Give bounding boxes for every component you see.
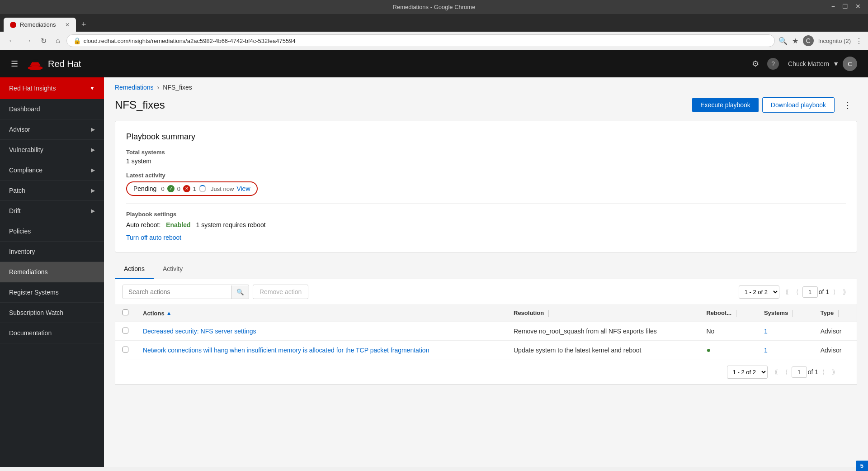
status-badge[interactable]: 5 xyxy=(856,461,868,467)
tab-actions[interactable]: Actions xyxy=(115,260,154,279)
table-section: 🔍 Remove action 1 - 2 of 2 ⟪ ⟨ 1 of 1 ⟩ xyxy=(115,279,857,385)
chevron-right-icon: ▶ xyxy=(91,147,95,153)
row-checkbox[interactable] xyxy=(123,328,128,333)
auto-reboot-label: Auto reboot: xyxy=(126,221,160,228)
breadcrumb: Remediations › NFS_fixes xyxy=(104,77,868,91)
active-tab[interactable]: Remediations ✕ xyxy=(4,18,76,32)
action-link[interactable]: Network connections will hang when insuf… xyxy=(143,347,429,354)
bottom-last-page-btn[interactable]: ⟫ xyxy=(829,366,839,377)
row-type-cell: Advisor xyxy=(813,322,857,340)
sidebar-item-compliance[interactable]: Compliance ▶ xyxy=(0,160,104,181)
address-bar[interactable]: 🔒 cloud.redhat.com/insights/remediations… xyxy=(66,34,775,47)
maximize-icon[interactable]: ☐ xyxy=(842,3,848,10)
status-count: 5 xyxy=(860,462,863,467)
search-input[interactable] xyxy=(123,285,231,299)
select-all-checkbox[interactable] xyxy=(123,309,128,315)
tab-activity-label: Activity xyxy=(163,265,183,272)
sidebar-brand[interactable]: Red Hat Insights ▼ xyxy=(0,77,104,99)
pagination-range-select[interactable]: 1 - 2 of 2 xyxy=(739,285,779,299)
chevron-right-icon: ▶ xyxy=(91,167,95,173)
header-user[interactable]: Chuck Mattern ▼ C xyxy=(788,57,857,71)
turn-off-auto-reboot-link[interactable]: Turn off auto reboot xyxy=(126,234,181,241)
sidebar-item-label: Advisor xyxy=(9,126,30,133)
redhat-hat-icon xyxy=(27,57,43,70)
bottom-next-page-btn[interactable]: ⟩ xyxy=(819,366,828,377)
search-icon[interactable]: 🔍 xyxy=(778,37,788,45)
close-icon[interactable]: ✕ xyxy=(855,3,861,10)
running-count: 1 xyxy=(193,186,196,192)
bookmark-icon[interactable]: ★ xyxy=(792,37,798,45)
sidebar-item-label: Drift xyxy=(9,207,21,214)
last-page-btn[interactable]: ⟫ xyxy=(840,286,849,297)
tab-close-btn[interactable]: ✕ xyxy=(65,22,70,28)
col-header-actions-sort[interactable]: Actions ▲ xyxy=(143,310,499,317)
avatar: C xyxy=(843,57,857,71)
sidebar-item-patch[interactable]: Patch ▶ xyxy=(0,181,104,201)
reboot-note: 1 system requires reboot xyxy=(196,221,266,228)
remove-action-button[interactable]: Remove action xyxy=(253,285,308,299)
col-resolution-label: Resolution xyxy=(514,309,544,316)
playbook-summary-card: Playbook summary Total systems 1 system … xyxy=(115,121,857,252)
minimize-icon[interactable]: − xyxy=(831,3,835,10)
tab-activity[interactable]: Activity xyxy=(154,260,192,279)
data-table: Actions ▲ Resolution Reboot... xyxy=(115,305,857,360)
red-hat-logo: Red Hat xyxy=(27,57,81,70)
kebab-menu-button[interactable]: ⋮ xyxy=(838,96,857,114)
sidebar-item-policies[interactable]: Policies xyxy=(0,221,104,242)
browser-chrome: Remediations - Google Chrome − ☐ ✕ Remed… xyxy=(0,0,868,50)
bottom-pagination-range-select[interactable]: 1 - 2 of 2 xyxy=(727,366,768,379)
summary-section: Playbook summary Total systems 1 system … xyxy=(126,132,846,241)
sidebar-item-label: Remediations xyxy=(9,268,48,276)
row-action-cell: Decreased security: NFS server settings xyxy=(136,322,506,340)
action-link[interactable]: Decreased security: NFS server settings xyxy=(143,328,256,335)
row-reboot-value: No xyxy=(706,328,714,335)
refresh-btn[interactable]: ↻ xyxy=(38,35,49,47)
bottom-current-page[interactable]: 1 xyxy=(792,366,807,378)
svg-point-0 xyxy=(28,66,43,70)
sidebar-item-label: Compliance xyxy=(9,167,42,174)
execute-playbook-button[interactable]: Execute playbook xyxy=(692,98,759,112)
first-page-btn[interactable]: ⟪ xyxy=(782,286,792,297)
page-title: NFS_fixes xyxy=(115,99,692,111)
sidebar-brand-arrow: ▼ xyxy=(90,85,95,91)
bottom-prev-page-btn[interactable]: ⟨ xyxy=(782,366,791,377)
sidebar-item-advisor[interactable]: Advisor ▶ xyxy=(0,119,104,140)
sidebar-item-label: Documentation xyxy=(9,329,52,337)
search-button[interactable]: 🔍 xyxy=(231,285,249,299)
row-systems-link[interactable]: 1 xyxy=(764,347,768,354)
chevron-right-icon: ▶ xyxy=(91,126,95,133)
row-checkbox[interactable] xyxy=(123,347,128,352)
sidebar-item-remediations[interactable]: Remediations xyxy=(0,262,104,282)
current-page[interactable]: 1 xyxy=(802,286,818,298)
new-tab-btn[interactable]: + xyxy=(78,18,90,31)
help-icon[interactable]: ? xyxy=(767,58,779,70)
sidebar-item-inventory[interactable]: Inventory xyxy=(0,242,104,262)
sidebar-item-dashboard[interactable]: Dashboard xyxy=(0,99,104,119)
download-playbook-button[interactable]: Download playbook xyxy=(762,97,835,113)
row-type: Advisor xyxy=(821,347,842,354)
sidebar-item-vulnerability[interactable]: Vulnerability ▶ xyxy=(0,140,104,160)
svg-rect-1 xyxy=(32,60,38,62)
gear-icon[interactable]: ⚙ xyxy=(752,59,759,69)
sidebar-item-register-systems[interactable]: Register Systems xyxy=(0,282,104,303)
col-actions-label: Actions xyxy=(143,310,165,317)
col-reboot-label: Reboot... xyxy=(706,309,731,316)
breadcrumb-separator: › xyxy=(157,84,160,91)
sidebar-item-subscription-watch[interactable]: Subscription Watch xyxy=(0,303,104,323)
breadcrumb-parent-link[interactable]: Remediations xyxy=(115,84,154,91)
sidebar-item-documentation[interactable]: Documentation xyxy=(0,323,104,343)
user-profile-icon[interactable]: C xyxy=(803,35,814,46)
row-systems-link[interactable]: 1 xyxy=(764,328,768,335)
forward-btn[interactable]: → xyxy=(22,35,34,47)
next-page-btn[interactable]: ⟩ xyxy=(830,286,839,297)
back-btn[interactable]: ← xyxy=(5,35,18,47)
row-action-cell: Network connections will hang when insuf… xyxy=(136,340,506,360)
home-btn[interactable]: ⌂ xyxy=(53,35,63,47)
row-type-cell: Advisor xyxy=(813,340,857,360)
prev-page-btn[interactable]: ⟨ xyxy=(793,286,802,297)
bottom-first-page-btn[interactable]: ⟪ xyxy=(771,366,781,377)
view-activity-link[interactable]: View xyxy=(236,185,250,192)
extensions-icon[interactable]: ⋮ xyxy=(855,37,863,45)
sidebar-item-drift[interactable]: Drift ▶ xyxy=(0,201,104,221)
hamburger-icon[interactable]: ☰ xyxy=(11,59,18,69)
